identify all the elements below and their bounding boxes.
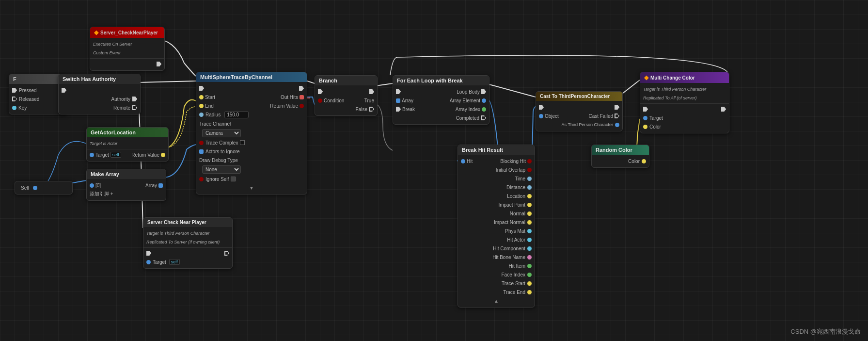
loop-body-pin[interactable] [481,89,486,94]
exec-out-pin[interactable] [299,86,304,91]
node-title: Break Hit Result [462,147,503,153]
node-body: Target is Third Person Character Replica… [640,83,729,133]
debug-type-select[interactable]: None [202,165,241,174]
exec-in-pin[interactable] [146,251,151,256]
condition-pin[interactable] [318,98,322,103]
remote-pin[interactable] [132,105,137,110]
target-pin[interactable] [146,260,151,264]
server-check-near-player-bottom-node: Server Check Near Player Target is Third… [143,217,233,269]
exec-out-pin[interactable] [721,107,726,112]
cast-failed-pin[interactable] [615,114,619,118]
exec-in-pin[interactable] [539,105,544,110]
hit-in-pin[interactable] [461,159,465,163]
node-header: ◆ Multi Change Color [640,72,729,83]
time-pin[interactable] [527,177,532,181]
node-title: Server_CheckNearPlayer [100,30,158,35]
exec-row: Loop Body [393,87,489,96]
node-header: Server Check Near Player [143,218,232,227]
key-pin[interactable] [12,106,16,110]
target-row: Target self Return Value [87,150,168,159]
as-third-person-row: As Third Person Character [536,120,622,129]
trace-complex-check[interactable] [240,140,245,145]
node-body: Hit Blocking Hit Initial Overlap Time Di… [458,155,535,307]
exec-out-pin[interactable] [615,105,619,110]
radius-pin[interactable] [199,113,204,117]
input0-pin[interactable] [90,183,94,188]
break-pin[interactable] [396,107,401,112]
exec-in-pin[interactable] [199,86,204,91]
trace-start-pin[interactable] [527,281,532,286]
exec-in-pin[interactable] [396,89,401,94]
exec-out-pin[interactable] [157,62,161,66]
diamond-icon: ◆ [94,29,98,36]
object-pin[interactable] [539,114,543,118]
break-row: Break Array Index [393,105,489,114]
completed-row: Completed [393,114,489,122]
cast-to-third-person-node: Cast To ThirdPersonCharacter Object Cast… [536,91,623,131]
authority-row: Authority [59,95,140,103]
return-value-pin[interactable] [161,153,165,157]
trace-channel-select[interactable]: Camera [202,129,241,137]
hit-item-pin[interactable] [527,264,532,268]
exec-in-pin[interactable] [643,107,648,112]
actors-ignore-pin[interactable] [199,149,204,154]
get-actor-location-node: GetActorLocation Target is Actor Target … [86,127,169,162]
array-element-pin[interactable] [482,98,486,103]
exec-row [59,86,140,95]
exec-row [196,84,307,93]
start-pin[interactable] [199,95,204,99]
ignore-self-pin[interactable] [199,177,204,181]
completed-pin[interactable] [481,115,486,120]
exec-in-pin[interactable] [62,88,66,93]
face-index-pin[interactable] [527,273,532,277]
hit-component-pin[interactable] [527,246,532,251]
end-row: End Return Value [196,101,307,110]
exec-out-row [90,60,164,68]
trace-end-pin[interactable] [527,290,532,294]
false-pin[interactable] [369,107,374,112]
exec-out-pin[interactable] [224,251,229,256]
true-pin[interactable] [369,89,374,94]
node-title: Random Color [596,147,632,153]
out-hits-pin[interactable] [300,95,304,99]
array-in-pin[interactable] [396,98,400,103]
server-check-near-player-top-node: ◆ Server_CheckNearPlayer Executes On Ser… [90,27,165,71]
target-pin[interactable] [643,116,647,120]
target-pin[interactable] [90,153,94,157]
return-val-pin[interactable] [300,104,304,108]
condition-row: Condition True [315,96,377,105]
pressed-pin[interactable] [12,88,17,93]
hit-bone-pin[interactable] [527,255,532,260]
array-out-pin[interactable] [158,183,163,188]
end-pin[interactable] [199,104,204,108]
distance-pin[interactable] [527,185,532,190]
initial-overlap-pin[interactable] [527,168,532,172]
impact-point-pin[interactable] [527,203,532,207]
as-third-person-pin[interactable] [615,123,619,127]
exec-row [536,103,622,112]
location-pin[interactable] [527,194,532,198]
normal-pin[interactable] [527,211,532,216]
node-title: Cast To ThirdPersonCharacter [540,94,610,99]
blocking-hit-pin[interactable] [527,159,532,163]
radius-input[interactable] [224,111,249,118]
node-body: Self [15,181,72,194]
ignore-self-check[interactable] [231,177,236,181]
hit-actor-pin[interactable] [527,238,532,242]
phys-mat-pin[interactable] [527,229,532,233]
exec-row [143,249,232,258]
color-pin[interactable] [642,159,646,163]
camera-row: Camera [196,128,307,138]
self-pin[interactable] [33,186,37,190]
exec-row [315,87,377,96]
array-index-pin[interactable] [482,107,486,112]
node-header: For Each Loop with Break [393,76,489,85]
node-header: Switch Has Authority [59,74,140,84]
color-pin[interactable] [643,125,647,129]
impact-normal-pin[interactable] [527,220,532,225]
released-pin[interactable] [12,97,17,101]
exec-in-pin[interactable] [318,89,323,94]
trace-complex-pin[interactable] [199,141,204,145]
node-title: Multi Change Color [650,75,695,81]
authority-pin[interactable] [132,97,137,101]
